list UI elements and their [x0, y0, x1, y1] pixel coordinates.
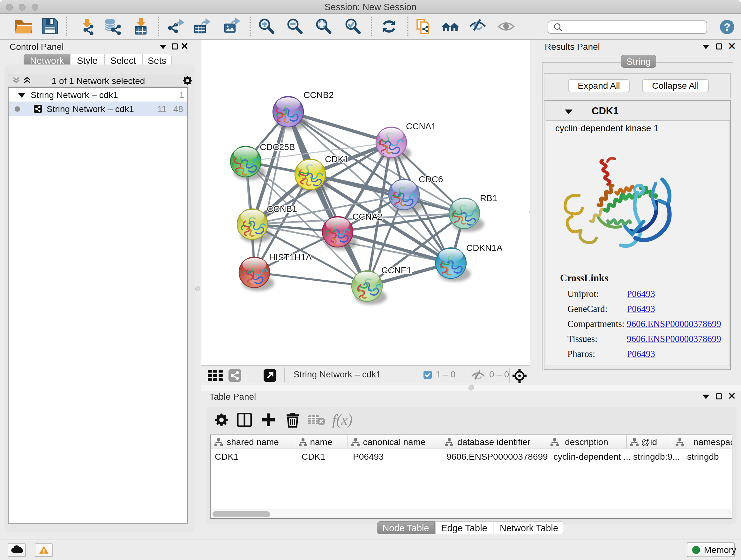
svg-text:CCNB2: CCNB2: [304, 90, 334, 100]
svg-text:HIST1H1A: HIST1H1A: [269, 252, 312, 262]
svg-text:CCNA1: CCNA1: [406, 121, 436, 131]
svg-text:CDC6: CDC6: [419, 174, 443, 184]
svg-text:CCNE1: CCNE1: [381, 265, 412, 275]
svg-text:CDKN1A: CDKN1A: [466, 243, 502, 253]
svg-text:CDK1: CDK1: [325, 154, 349, 164]
svg-text:CCNA2: CCNA2: [352, 212, 383, 222]
svg-text:RB1: RB1: [480, 193, 497, 203]
svg-text:CDC25B: CDC25B: [260, 142, 295, 152]
svg-text:CCNB1: CCNB1: [267, 204, 297, 214]
